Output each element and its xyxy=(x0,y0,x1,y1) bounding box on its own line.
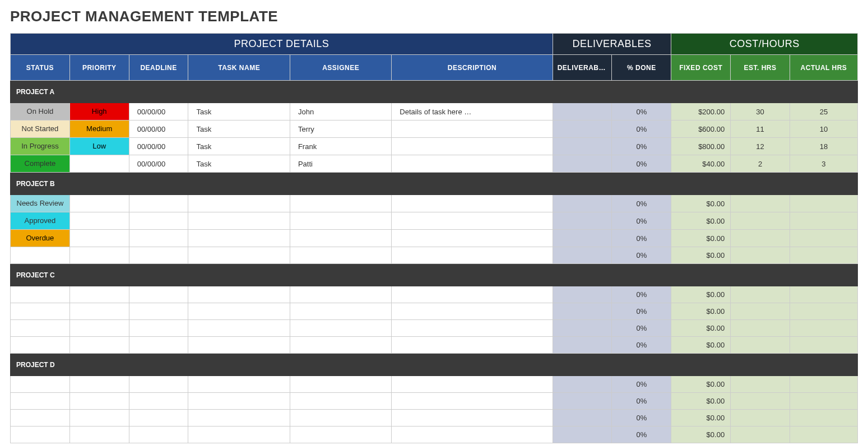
cell-deadline[interactable] xyxy=(129,212,188,230)
cell-priority[interactable] xyxy=(69,337,129,354)
cell-priority[interactable] xyxy=(69,376,129,393)
cell-pct-done[interactable]: 0% xyxy=(612,195,671,212)
cell-deadline[interactable]: 00/00/00 xyxy=(129,138,188,155)
cell-deliverable[interactable] xyxy=(553,393,612,410)
cell-assignee[interactable] xyxy=(290,195,391,212)
cell-est-hrs[interactable] xyxy=(731,286,790,303)
cell-est-hrs[interactable] xyxy=(731,337,790,354)
cell-status[interactable]: Needs Review xyxy=(11,195,70,212)
cell-fixed-cost[interactable]: $0.00 xyxy=(671,410,731,427)
cell-actual-hrs[interactable]: 25 xyxy=(790,103,857,120)
cell-description[interactable] xyxy=(392,427,553,443)
cell-actual-hrs[interactable] xyxy=(790,427,857,443)
cell-description[interactable] xyxy=(392,212,553,230)
cell-est-hrs[interactable]: 12 xyxy=(731,138,790,155)
cell-task-name[interactable]: Task xyxy=(188,155,290,173)
cell-pct-done[interactable]: 0% xyxy=(612,230,671,247)
cell-task-name[interactable] xyxy=(188,247,290,264)
cell-status[interactable]: Overdue xyxy=(11,230,70,247)
cell-status[interactable]: Not Started xyxy=(11,120,70,138)
cell-priority[interactable] xyxy=(69,155,129,173)
cell-deadline[interactable]: 00/00/00 xyxy=(129,155,188,173)
cell-description[interactable] xyxy=(392,410,553,427)
cell-pct-done[interactable]: 0% xyxy=(612,120,671,138)
cell-description[interactable] xyxy=(392,320,553,337)
cell-assignee[interactable] xyxy=(290,320,391,337)
cell-status[interactable] xyxy=(11,286,70,303)
cell-description[interactable] xyxy=(392,337,553,354)
cell-task-name[interactable] xyxy=(188,195,290,212)
cell-priority[interactable] xyxy=(69,286,129,303)
cell-est-hrs[interactable] xyxy=(731,376,790,393)
cell-status[interactable] xyxy=(11,320,70,337)
cell-assignee[interactable] xyxy=(290,427,391,443)
cell-actual-hrs[interactable] xyxy=(790,230,857,247)
cell-assignee[interactable] xyxy=(290,247,391,264)
cell-deadline[interactable] xyxy=(129,247,188,264)
cell-deliverable[interactable] xyxy=(553,103,612,120)
cell-status[interactable]: Complete xyxy=(11,155,70,173)
cell-description[interactable] xyxy=(392,195,553,212)
cell-fixed-cost[interactable]: $0.00 xyxy=(671,376,731,393)
cell-status[interactable]: In Progress xyxy=(11,138,70,155)
cell-fixed-cost[interactable]: $200.00 xyxy=(671,103,731,120)
cell-status[interactable]: On Hold xyxy=(11,103,70,120)
cell-pct-done[interactable]: 0% xyxy=(612,427,671,443)
cell-deadline[interactable] xyxy=(129,427,188,443)
cell-deadline[interactable] xyxy=(129,195,188,212)
cell-task-name[interactable] xyxy=(188,230,290,247)
cell-est-hrs[interactable] xyxy=(731,212,790,230)
project-group-row[interactable]: PROJECT A xyxy=(11,81,858,103)
cell-assignee[interactable] xyxy=(290,376,391,393)
cell-status[interactable] xyxy=(11,427,70,443)
cell-task-name[interactable]: Task xyxy=(188,120,290,138)
cell-task-name[interactable] xyxy=(188,410,290,427)
cell-deliverable[interactable] xyxy=(553,195,612,212)
cell-priority[interactable] xyxy=(69,247,129,264)
cell-actual-hrs[interactable] xyxy=(790,247,857,264)
cell-priority[interactable]: Low xyxy=(69,138,129,155)
cell-actual-hrs[interactable] xyxy=(790,303,857,320)
cell-status[interactable] xyxy=(11,393,70,410)
cell-actual-hrs[interactable] xyxy=(790,393,857,410)
cell-est-hrs[interactable] xyxy=(731,303,790,320)
cell-fixed-cost[interactable]: $40.00 xyxy=(671,155,731,173)
col-est-hrs[interactable]: EST. HRS xyxy=(731,55,790,81)
cell-status[interactable]: Approved xyxy=(11,212,70,230)
cell-deliverable[interactable] xyxy=(553,230,612,247)
project-group-row[interactable]: PROJECT D xyxy=(11,354,858,376)
cell-assignee[interactable] xyxy=(290,410,391,427)
cell-actual-hrs[interactable] xyxy=(790,212,857,230)
col-status[interactable]: STATUS xyxy=(11,55,70,81)
cell-task-name[interactable] xyxy=(188,393,290,410)
cell-assignee[interactable] xyxy=(290,212,391,230)
cell-fixed-cost[interactable]: $600.00 xyxy=(671,120,731,138)
cell-pct-done[interactable]: 0% xyxy=(612,410,671,427)
cell-deliverable[interactable] xyxy=(553,286,612,303)
cell-pct-done[interactable]: 0% xyxy=(612,376,671,393)
cell-deadline[interactable] xyxy=(129,303,188,320)
cell-actual-hrs[interactable]: 18 xyxy=(790,138,857,155)
cell-deliverable[interactable] xyxy=(553,410,612,427)
cell-actual-hrs[interactable] xyxy=(790,376,857,393)
cell-assignee[interactable] xyxy=(290,286,391,303)
cell-task-name[interactable] xyxy=(188,320,290,337)
cell-assignee[interactable] xyxy=(290,303,391,320)
cell-priority[interactable] xyxy=(69,303,129,320)
cell-deliverable[interactable] xyxy=(553,212,612,230)
cell-est-hrs[interactable]: 2 xyxy=(731,155,790,173)
cell-est-hrs[interactable] xyxy=(731,320,790,337)
cell-deliverable[interactable] xyxy=(553,427,612,443)
cell-actual-hrs[interactable] xyxy=(790,195,857,212)
cell-est-hrs[interactable] xyxy=(731,230,790,247)
cell-description[interactable] xyxy=(392,120,553,138)
cell-description[interactable] xyxy=(392,230,553,247)
cell-fixed-cost[interactable]: $0.00 xyxy=(671,230,731,247)
cell-priority[interactable]: High xyxy=(69,103,129,120)
cell-description[interactable] xyxy=(392,393,553,410)
cell-actual-hrs[interactable] xyxy=(790,410,857,427)
cell-deadline[interactable]: 00/00/00 xyxy=(129,120,188,138)
cell-task-name[interactable] xyxy=(188,427,290,443)
cell-status[interactable] xyxy=(11,337,70,354)
col-actual-hrs[interactable]: ACTUAL HRS xyxy=(790,55,857,81)
